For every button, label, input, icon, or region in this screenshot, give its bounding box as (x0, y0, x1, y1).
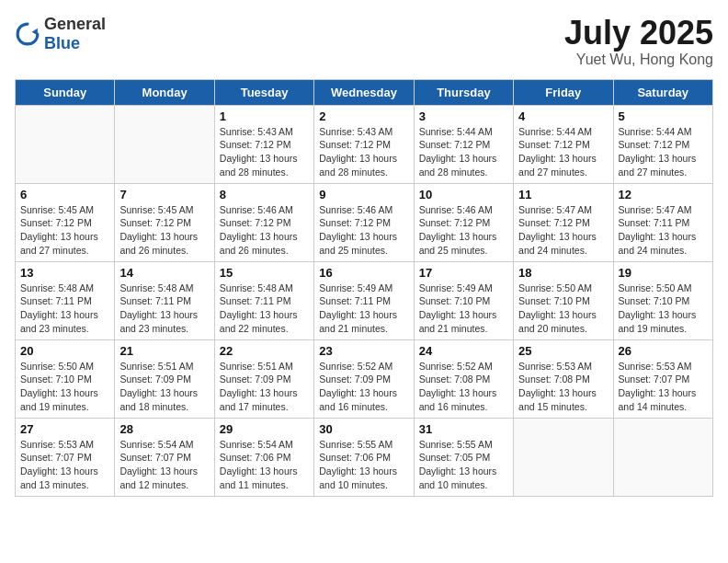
calendar-subtitle: Yuet Wu, Hong Kong (564, 52, 713, 68)
day-info: Sunrise: 5:46 AM Sunset: 7:12 PM Dayligh… (319, 203, 408, 258)
calendar-table: Sunday Monday Tuesday Wednesday Thursday… (15, 79, 713, 497)
calendar-cell: 12Sunrise: 5:47 AM Sunset: 7:11 PM Dayli… (613, 183, 712, 261)
logo: General Blue (15, 15, 106, 53)
day-number: 15 (220, 266, 309, 280)
calendar-cell: 27Sunrise: 5:53 AM Sunset: 7:07 PM Dayli… (16, 418, 115, 496)
calendar-cell: 20Sunrise: 5:50 AM Sunset: 7:10 PM Dayli… (16, 339, 115, 418)
calendar-cell: 17Sunrise: 5:49 AM Sunset: 7:10 PM Dayli… (414, 261, 513, 339)
calendar-header: Sunday Monday Tuesday Wednesday Thursday… (16, 79, 713, 105)
day-number: 4 (518, 109, 608, 123)
day-number: 9 (319, 188, 408, 201)
day-info: Sunrise: 5:43 AM Sunset: 7:12 PM Dayligh… (220, 125, 309, 179)
calendar-cell: 3Sunrise: 5:44 AM Sunset: 7:12 PM Daylig… (414, 105, 513, 183)
calendar-cell: 22Sunrise: 5:51 AM Sunset: 7:09 PM Dayli… (214, 339, 313, 418)
day-number: 28 (119, 422, 209, 436)
day-info: Sunrise: 5:51 AM Sunset: 7:09 PM Dayligh… (220, 360, 309, 414)
header-saturday: Saturday (613, 79, 712, 105)
calendar-cell: 8Sunrise: 5:46 AM Sunset: 7:12 PM Daylig… (214, 183, 313, 261)
day-info: Sunrise: 5:51 AM Sunset: 7:09 PM Dayligh… (119, 360, 209, 414)
calendar-cell: 23Sunrise: 5:52 AM Sunset: 7:09 PM Dayli… (314, 339, 414, 418)
header-thursday: Thursday (414, 79, 513, 105)
day-info: Sunrise: 5:49 AM Sunset: 7:10 PM Dayligh… (419, 282, 508, 336)
day-number: 13 (20, 266, 109, 280)
day-number: 29 (220, 422, 309, 436)
header-wednesday: Wednesday (314, 79, 414, 105)
day-info: Sunrise: 5:49 AM Sunset: 7:11 PM Dayligh… (319, 282, 408, 336)
calendar-cell: 2Sunrise: 5:43 AM Sunset: 7:12 PM Daylig… (314, 105, 414, 183)
day-number: 14 (119, 266, 209, 280)
day-number: 2 (319, 109, 408, 123)
calendar-week-5: 27Sunrise: 5:53 AM Sunset: 7:07 PM Dayli… (16, 418, 713, 496)
days-header-row: Sunday Monday Tuesday Wednesday Thursday… (16, 79, 713, 105)
day-info: Sunrise: 5:52 AM Sunset: 7:09 PM Dayligh… (319, 360, 408, 414)
day-number: 16 (319, 266, 408, 280)
logo-general: General (44, 15, 106, 33)
day-info: Sunrise: 5:47 AM Sunset: 7:12 PM Dayligh… (518, 203, 608, 258)
calendar-cell: 24Sunrise: 5:52 AM Sunset: 7:08 PM Dayli… (414, 339, 513, 418)
calendar-cell (115, 105, 214, 183)
day-number: 3 (419, 109, 508, 123)
calendar-cell: 14Sunrise: 5:48 AM Sunset: 7:11 PM Dayli… (115, 261, 214, 339)
day-info: Sunrise: 5:45 AM Sunset: 7:12 PM Dayligh… (119, 203, 209, 258)
calendar-week-3: 13Sunrise: 5:48 AM Sunset: 7:11 PM Dayli… (16, 261, 713, 339)
day-info: Sunrise: 5:48 AM Sunset: 7:11 PM Dayligh… (20, 282, 109, 336)
day-info: Sunrise: 5:48 AM Sunset: 7:11 PM Dayligh… (220, 282, 309, 336)
day-number: 5 (619, 109, 708, 123)
calendar-cell: 5Sunrise: 5:44 AM Sunset: 7:12 PM Daylig… (613, 105, 712, 183)
logo-icon (15, 21, 40, 47)
day-number: 25 (518, 344, 608, 358)
header-tuesday: Tuesday (214, 79, 313, 105)
calendar-cell: 4Sunrise: 5:44 AM Sunset: 7:12 PM Daylig… (514, 105, 613, 183)
day-info: Sunrise: 5:50 AM Sunset: 7:10 PM Dayligh… (518, 282, 608, 336)
calendar-cell: 21Sunrise: 5:51 AM Sunset: 7:09 PM Dayli… (115, 339, 214, 418)
logo-blue: Blue (44, 34, 80, 52)
day-info: Sunrise: 5:50 AM Sunset: 7:10 PM Dayligh… (20, 360, 109, 414)
day-info: Sunrise: 5:47 AM Sunset: 7:11 PM Dayligh… (619, 203, 708, 258)
day-info: Sunrise: 5:44 AM Sunset: 7:12 PM Dayligh… (518, 125, 608, 179)
day-info: Sunrise: 5:43 AM Sunset: 7:12 PM Dayligh… (319, 125, 408, 179)
calendar-cell: 19Sunrise: 5:50 AM Sunset: 7:10 PM Dayli… (613, 261, 712, 339)
calendar-cell: 6Sunrise: 5:45 AM Sunset: 7:12 PM Daylig… (16, 183, 115, 261)
logo-text: General Blue (44, 15, 106, 53)
title-area: July 2025 Yuet Wu, Hong Kong (564, 15, 713, 68)
calendar-cell: 7Sunrise: 5:45 AM Sunset: 7:12 PM Daylig… (115, 183, 214, 261)
day-number: 20 (20, 344, 109, 358)
day-number: 24 (419, 344, 508, 358)
day-info: Sunrise: 5:54 AM Sunset: 7:06 PM Dayligh… (220, 438, 309, 492)
header-friday: Friday (514, 79, 613, 105)
day-info: Sunrise: 5:50 AM Sunset: 7:10 PM Dayligh… (619, 282, 708, 336)
calendar-cell (613, 418, 712, 496)
day-number: 1 (220, 109, 309, 123)
day-number: 12 (619, 188, 708, 201)
day-info: Sunrise: 5:44 AM Sunset: 7:12 PM Dayligh… (619, 125, 708, 179)
day-info: Sunrise: 5:55 AM Sunset: 7:06 PM Dayligh… (319, 438, 408, 492)
calendar-title: July 2025 (564, 15, 713, 52)
day-number: 27 (20, 422, 109, 436)
day-info: Sunrise: 5:48 AM Sunset: 7:11 PM Dayligh… (119, 282, 209, 336)
day-info: Sunrise: 5:52 AM Sunset: 7:08 PM Dayligh… (419, 360, 508, 414)
page-header: General Blue July 2025 Yuet Wu, Hong Kon… (15, 15, 713, 68)
calendar-cell (514, 418, 613, 496)
day-info: Sunrise: 5:54 AM Sunset: 7:07 PM Dayligh… (119, 438, 209, 492)
day-number: 17 (419, 266, 508, 280)
calendar-cell: 1Sunrise: 5:43 AM Sunset: 7:12 PM Daylig… (214, 105, 313, 183)
calendar-cell: 10Sunrise: 5:46 AM Sunset: 7:12 PM Dayli… (414, 183, 513, 261)
calendar-cell: 15Sunrise: 5:48 AM Sunset: 7:11 PM Dayli… (214, 261, 313, 339)
calendar-cell: 25Sunrise: 5:53 AM Sunset: 7:08 PM Dayli… (514, 339, 613, 418)
calendar-week-2: 6Sunrise: 5:45 AM Sunset: 7:12 PM Daylig… (16, 183, 713, 261)
calendar-cell: 26Sunrise: 5:53 AM Sunset: 7:07 PM Dayli… (613, 339, 712, 418)
day-number: 19 (619, 266, 708, 280)
day-number: 26 (619, 344, 708, 358)
calendar-cell: 9Sunrise: 5:46 AM Sunset: 7:12 PM Daylig… (314, 183, 414, 261)
day-info: Sunrise: 5:46 AM Sunset: 7:12 PM Dayligh… (419, 203, 508, 258)
calendar-cell: 16Sunrise: 5:49 AM Sunset: 7:11 PM Dayli… (314, 261, 414, 339)
calendar-cell: 30Sunrise: 5:55 AM Sunset: 7:06 PM Dayli… (314, 418, 414, 496)
day-number: 11 (518, 188, 608, 201)
calendar-week-4: 20Sunrise: 5:50 AM Sunset: 7:10 PM Dayli… (16, 339, 713, 418)
day-number: 6 (20, 188, 109, 201)
day-info: Sunrise: 5:55 AM Sunset: 7:05 PM Dayligh… (419, 438, 508, 492)
calendar-cell: 18Sunrise: 5:50 AM Sunset: 7:10 PM Dayli… (514, 261, 613, 339)
day-number: 22 (220, 344, 309, 358)
day-info: Sunrise: 5:53 AM Sunset: 7:07 PM Dayligh… (619, 360, 708, 414)
day-number: 18 (518, 266, 608, 280)
